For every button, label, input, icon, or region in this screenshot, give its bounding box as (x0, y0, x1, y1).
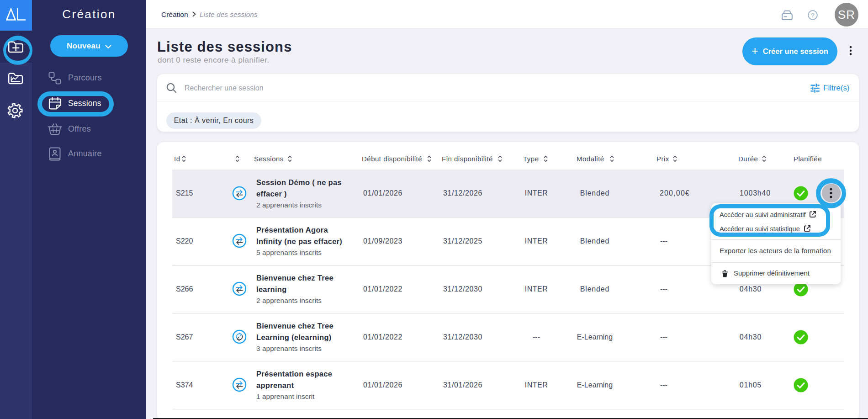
svg-text:?: ? (811, 12, 815, 19)
